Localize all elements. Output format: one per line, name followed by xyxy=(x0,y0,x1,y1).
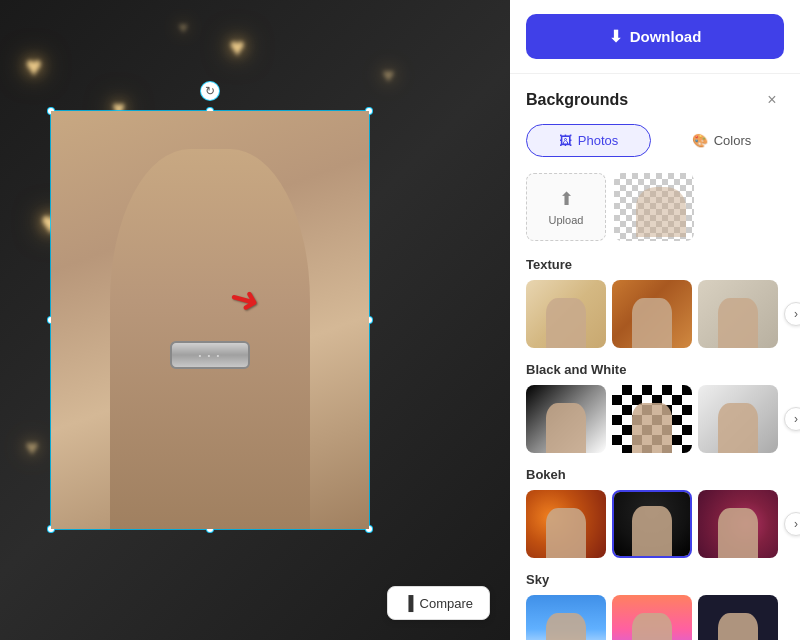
bw-bg-1[interactable] xyxy=(526,385,606,453)
bokeh-row: › xyxy=(526,490,784,558)
hand-overlay-bokeh1 xyxy=(546,508,586,558)
photos-tab-label: Photos xyxy=(578,133,618,148)
download-label: Download xyxy=(630,28,702,45)
download-button[interactable]: ⬇ Download xyxy=(526,14,784,59)
bw-bg-3[interactable] xyxy=(698,385,778,453)
bokeh-bg-3[interactable] xyxy=(698,490,778,558)
colors-tab-icon: 🎨 xyxy=(692,133,708,148)
hand-overlay-bokeh3 xyxy=(718,508,758,558)
bokeh-bg-1[interactable] xyxy=(526,490,606,558)
sky-bg-2[interactable] xyxy=(612,595,692,640)
texture-section-label: Texture xyxy=(526,257,784,272)
subject-selection-box[interactable] xyxy=(50,110,370,530)
rotate-handle[interactable] xyxy=(200,81,220,101)
transparent-hand-overlay xyxy=(636,187,686,237)
texture-bg-3[interactable] xyxy=(698,280,778,348)
hand-overlay-bw3 xyxy=(718,403,758,453)
bw-scroll-right[interactable]: › xyxy=(784,407,800,431)
hand-overlay-bokeh2 xyxy=(632,506,672,556)
texture-bg-2[interactable] xyxy=(612,280,692,348)
hand-shape xyxy=(110,149,310,529)
hand-overlay-3 xyxy=(718,298,758,348)
upload-icon: ⬆ xyxy=(559,188,574,210)
bw-bg-2[interactable] xyxy=(612,385,692,453)
sky-row xyxy=(526,595,784,640)
bw-section-label: Black and White xyxy=(526,362,784,377)
bokeh-section-label: Bokeh xyxy=(526,467,784,482)
hand-overlay-sky3 xyxy=(718,613,758,640)
ring-shape xyxy=(170,341,250,369)
tab-photos[interactable]: 🖼 Photos xyxy=(526,124,651,157)
upload-label: Upload xyxy=(549,214,584,226)
texture-scroll-right[interactable]: › xyxy=(784,302,800,326)
upload-tile[interactable]: ⬆ Upload xyxy=(526,173,606,241)
subject-image xyxy=(51,111,369,529)
sky-bg-1[interactable] xyxy=(526,595,606,640)
bokeh-scroll-right[interactable]: › xyxy=(784,512,800,536)
right-panel: ⬇ Download Backgrounds × 🖼 Photos 🎨 Colo… xyxy=(510,0,800,640)
download-section: ⬇ Download xyxy=(510,0,800,74)
backgrounds-panel: Backgrounds × 🖼 Photos 🎨 Colors ⬆ Upload xyxy=(510,74,800,640)
texture-bg-1[interactable] xyxy=(526,280,606,348)
sky-bg-3[interactable] xyxy=(698,595,778,640)
canvas-area: ♥ ♥ ♥ ♥ ♥ ♥ ♥ ♥ ♥ ♥ ♥ ➜ ▐ Compare xyxy=(0,0,510,640)
photos-tab-icon: 🖼 xyxy=(559,133,572,148)
compare-label: Compare xyxy=(420,596,473,611)
hand-overlay-sky1 xyxy=(546,613,586,640)
bokeh-bg-2[interactable] xyxy=(612,490,692,558)
hand-overlay-sky2 xyxy=(632,613,672,640)
texture-row: › xyxy=(526,280,784,348)
compare-icon: ▐ xyxy=(404,595,414,611)
panel-header: Backgrounds × xyxy=(526,88,784,112)
compare-button[interactable]: ▐ Compare xyxy=(387,586,490,620)
panel-title: Backgrounds xyxy=(526,91,628,109)
download-icon: ⬇ xyxy=(609,27,622,46)
hand-overlay-2 xyxy=(632,298,672,348)
hand-overlay-bw2 xyxy=(632,403,672,453)
hand-overlay-1 xyxy=(546,298,586,348)
transparent-bg-tile[interactable] xyxy=(614,173,694,241)
hand-overlay-bw1 xyxy=(546,403,586,453)
sky-section-label: Sky xyxy=(526,572,784,587)
upload-row: ⬆ Upload xyxy=(526,173,784,241)
bw-row: › xyxy=(526,385,784,453)
tab-colors[interactable]: 🎨 Colors xyxy=(659,124,784,157)
colors-tab-label: Colors xyxy=(714,133,752,148)
tab-row: 🖼 Photos 🎨 Colors xyxy=(526,124,784,157)
close-panel-button[interactable]: × xyxy=(760,88,784,112)
